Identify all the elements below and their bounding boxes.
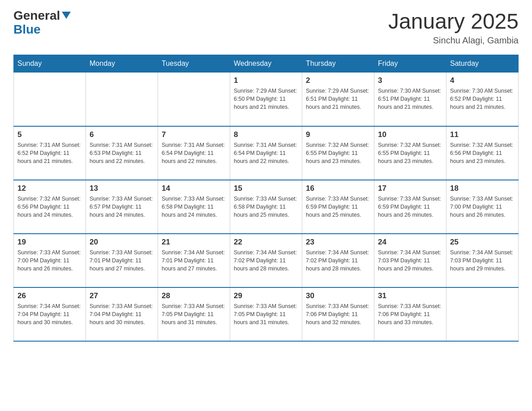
day-info: Sunrise: 7:31 AM Sunset: 6:54 PM Dayligh… <box>234 141 298 165</box>
day-number: 2 <box>306 76 370 85</box>
day-number: 31 <box>378 291 442 300</box>
day-number: 24 <box>378 238 442 247</box>
logo-blue: Blue <box>13 22 41 36</box>
day-info: Sunrise: 7:33 AM Sunset: 6:58 PM Dayligh… <box>162 195 226 219</box>
svg-marker-0 <box>62 12 71 19</box>
day-info: Sunrise: 7:33 AM Sunset: 7:04 PM Dayligh… <box>90 302 154 326</box>
day-info: Sunrise: 7:33 AM Sunset: 7:06 PM Dayligh… <box>306 302 370 326</box>
calendar-cell: 17Sunrise: 7:33 AM Sunset: 6:59 PM Dayli… <box>374 180 446 234</box>
calendar-cell: 18Sunrise: 7:33 AM Sunset: 7:00 PM Dayli… <box>446 180 519 234</box>
calendar-cell: 22Sunrise: 7:34 AM Sunset: 7:02 PM Dayli… <box>230 234 302 287</box>
calendar-cell: 19Sunrise: 7:33 AM Sunset: 7:00 PM Dayli… <box>14 234 86 287</box>
day-number: 26 <box>17 291 82 300</box>
calendar-week-row: 12Sunrise: 7:32 AM Sunset: 6:56 PM Dayli… <box>14 180 519 234</box>
day-info: Sunrise: 7:33 AM Sunset: 6:57 PM Dayligh… <box>90 195 154 219</box>
day-info: Sunrise: 7:30 AM Sunset: 6:51 PM Dayligh… <box>378 87 442 111</box>
calendar-week-row: 1Sunrise: 7:29 AM Sunset: 6:50 PM Daylig… <box>14 73 519 126</box>
col-friday: Friday <box>374 55 446 73</box>
day-number: 7 <box>162 130 226 139</box>
calendar-cell: 8Sunrise: 7:31 AM Sunset: 6:54 PM Daylig… <box>230 126 302 180</box>
day-info: Sunrise: 7:33 AM Sunset: 7:00 PM Dayligh… <box>17 248 82 273</box>
day-number: 8 <box>234 130 298 139</box>
calendar-week-row: 5Sunrise: 7:31 AM Sunset: 6:52 PM Daylig… <box>14 126 519 180</box>
day-number: 20 <box>90 238 154 247</box>
day-number: 25 <box>450 238 515 247</box>
day-number: 12 <box>17 184 82 193</box>
calendar-table: Sunday Monday Tuesday Wednesday Thursday… <box>13 55 519 342</box>
day-info: Sunrise: 7:32 AM Sunset: 6:56 PM Dayligh… <box>17 195 82 219</box>
calendar-cell: 3Sunrise: 7:30 AM Sunset: 6:51 PM Daylig… <box>374 73 446 126</box>
col-sunday: Sunday <box>14 55 86 73</box>
calendar-cell: 5Sunrise: 7:31 AM Sunset: 6:52 PM Daylig… <box>14 126 86 180</box>
day-info: Sunrise: 7:31 AM Sunset: 6:54 PM Dayligh… <box>162 141 226 165</box>
day-info: Sunrise: 7:31 AM Sunset: 6:53 PM Dayligh… <box>90 141 154 165</box>
calendar-week-row: 26Sunrise: 7:34 AM Sunset: 7:04 PM Dayli… <box>14 287 519 341</box>
calendar-cell: 31Sunrise: 7:33 AM Sunset: 7:06 PM Dayli… <box>374 287 446 341</box>
calendar-cell: 24Sunrise: 7:34 AM Sunset: 7:03 PM Dayli… <box>374 234 446 287</box>
day-info: Sunrise: 7:33 AM Sunset: 7:00 PM Dayligh… <box>450 195 515 219</box>
day-info: Sunrise: 7:30 AM Sunset: 6:52 PM Dayligh… <box>450 87 515 111</box>
col-saturday: Saturday <box>446 55 519 73</box>
day-number: 10 <box>378 130 442 139</box>
day-info: Sunrise: 7:33 AM Sunset: 7:05 PM Dayligh… <box>162 302 226 326</box>
day-info: Sunrise: 7:34 AM Sunset: 7:02 PM Dayligh… <box>234 248 298 273</box>
col-wednesday: Wednesday <box>230 55 302 73</box>
day-info: Sunrise: 7:34 AM Sunset: 7:01 PM Dayligh… <box>162 248 226 273</box>
day-number: 23 <box>306 238 370 247</box>
calendar-cell <box>446 287 519 341</box>
calendar-cell: 1Sunrise: 7:29 AM Sunset: 6:50 PM Daylig… <box>230 73 302 126</box>
calendar-cell: 27Sunrise: 7:33 AM Sunset: 7:04 PM Dayli… <box>86 287 158 341</box>
day-number: 19 <box>17 238 82 247</box>
day-number: 13 <box>90 184 154 193</box>
calendar-cell: 2Sunrise: 7:29 AM Sunset: 6:51 PM Daylig… <box>302 73 374 126</box>
day-info: Sunrise: 7:34 AM Sunset: 7:03 PM Dayligh… <box>378 248 442 273</box>
calendar-cell: 13Sunrise: 7:33 AM Sunset: 6:57 PM Dayli… <box>86 180 158 234</box>
calendar-cell: 6Sunrise: 7:31 AM Sunset: 6:53 PM Daylig… <box>86 126 158 180</box>
day-number: 3 <box>378 76 442 85</box>
day-number: 1 <box>234 76 298 85</box>
day-info: Sunrise: 7:32 AM Sunset: 6:56 PM Dayligh… <box>450 141 515 165</box>
title-section: January 2025 Sinchu Alagi, Gambia <box>388 9 519 46</box>
calendar-cell: 11Sunrise: 7:32 AM Sunset: 6:56 PM Dayli… <box>446 126 519 180</box>
logo-general: General <box>13 9 60 23</box>
day-number: 5 <box>17 130 82 139</box>
day-info: Sunrise: 7:31 AM Sunset: 6:52 PM Dayligh… <box>17 141 82 165</box>
day-info: Sunrise: 7:29 AM Sunset: 6:50 PM Dayligh… <box>234 87 298 111</box>
calendar-cell: 10Sunrise: 7:32 AM Sunset: 6:55 PM Dayli… <box>374 126 446 180</box>
calendar-cell: 21Sunrise: 7:34 AM Sunset: 7:01 PM Dayli… <box>158 234 230 287</box>
day-info: Sunrise: 7:33 AM Sunset: 7:01 PM Dayligh… <box>90 248 154 273</box>
day-info: Sunrise: 7:34 AM Sunset: 7:02 PM Dayligh… <box>306 248 370 273</box>
calendar-cell: 14Sunrise: 7:33 AM Sunset: 6:58 PM Dayli… <box>158 180 230 234</box>
calendar-cell: 20Sunrise: 7:33 AM Sunset: 7:01 PM Dayli… <box>86 234 158 287</box>
calendar-cell: 7Sunrise: 7:31 AM Sunset: 6:54 PM Daylig… <box>158 126 230 180</box>
day-number: 16 <box>306 184 370 193</box>
calendar-cell: 29Sunrise: 7:33 AM Sunset: 7:05 PM Dayli… <box>230 287 302 341</box>
calendar-cell: 28Sunrise: 7:33 AM Sunset: 7:05 PM Dayli… <box>158 287 230 341</box>
calendar-header-row: Sunday Monday Tuesday Wednesday Thursday… <box>14 55 519 73</box>
calendar-title: January 2025 <box>388 9 519 34</box>
day-info: Sunrise: 7:34 AM Sunset: 7:04 PM Dayligh… <box>17 302 82 326</box>
day-number: 27 <box>90 291 154 300</box>
calendar-cell: 4Sunrise: 7:30 AM Sunset: 6:52 PM Daylig… <box>446 73 519 126</box>
day-info: Sunrise: 7:33 AM Sunset: 6:59 PM Dayligh… <box>378 195 442 219</box>
page-header: General Blue January 2025 Sinchu Alagi, … <box>13 9 519 46</box>
day-info: Sunrise: 7:33 AM Sunset: 7:06 PM Dayligh… <box>378 302 442 326</box>
day-number: 22 <box>234 238 298 247</box>
day-number: 14 <box>162 184 226 193</box>
calendar-cell: 26Sunrise: 7:34 AM Sunset: 7:04 PM Dayli… <box>14 287 86 341</box>
day-number: 4 <box>450 76 515 85</box>
col-tuesday: Tuesday <box>158 55 230 73</box>
day-info: Sunrise: 7:33 AM Sunset: 6:58 PM Dayligh… <box>234 195 298 219</box>
col-monday: Monday <box>86 55 158 73</box>
calendar-cell: 25Sunrise: 7:34 AM Sunset: 7:03 PM Dayli… <box>446 234 519 287</box>
day-number: 28 <box>162 291 226 300</box>
day-number: 29 <box>234 291 298 300</box>
day-number: 15 <box>234 184 298 193</box>
day-number: 6 <box>90 130 154 139</box>
day-number: 18 <box>450 184 515 193</box>
calendar-subtitle: Sinchu Alagi, Gambia <box>388 35 519 46</box>
day-number: 17 <box>378 184 442 193</box>
calendar-cell: 15Sunrise: 7:33 AM Sunset: 6:58 PM Dayli… <box>230 180 302 234</box>
day-info: Sunrise: 7:29 AM Sunset: 6:51 PM Dayligh… <box>306 87 370 111</box>
col-thursday: Thursday <box>302 55 374 73</box>
